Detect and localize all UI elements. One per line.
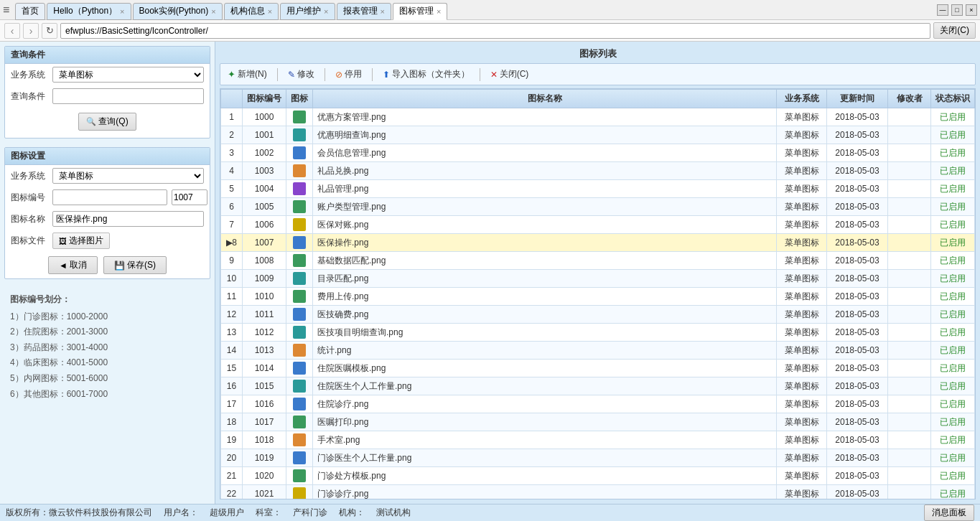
table-row[interactable]: 11 1010 费用上传.png 菜单图标 2018-05-03 已启用 (221, 288, 975, 306)
query-section: 查询条件 业务系统 菜单图标 查询条件 🔍 查询(Q) (4, 46, 210, 139)
row-modifier (888, 485, 931, 500)
table-row[interactable]: 10 1009 目录匹配.png 菜单图标 2018-05-03 已启用 (221, 270, 975, 288)
row-modifier (888, 431, 931, 449)
minimize-button[interactable]: — (937, 4, 948, 16)
close-button[interactable]: ✕ 关闭(C) (485, 67, 535, 82)
back-button[interactable]: ‹ (4, 23, 20, 39)
row-num: 18 (221, 413, 243, 431)
table-row[interactable]: 9 1008 基础数据匹配.png 菜单图标 2018-05-03 已启用 (221, 252, 975, 270)
tab-icon[interactable]: 图标管理 × (393, 3, 447, 20)
row-code: 1000 (243, 108, 286, 126)
tab-org[interactable]: 机构信息 × (224, 3, 279, 20)
condition-input[interactable] (52, 88, 204, 104)
row-code: 1011 (243, 306, 286, 324)
table-row[interactable]: 20 1019 门诊医生个人工作量.png 菜单图标 2018-05-03 已启… (221, 449, 975, 467)
row-status: 已启用 (931, 252, 975, 270)
row-num: ▶8 (221, 234, 243, 252)
select-image-button[interactable]: 🖼 选择图片 (52, 233, 110, 249)
row-sys: 菜单图标 (777, 377, 827, 395)
tab-user[interactable]: 用户维护 × (280, 3, 335, 20)
query-button[interactable]: 🔍 查询(Q) (78, 113, 136, 131)
table-row[interactable]: 4 1003 礼品兑换.png 菜单图标 2018-05-03 已启用 (221, 162, 975, 180)
row-sys: 菜单图标 (777, 360, 827, 377)
table-row[interactable]: 13 1012 医技项目明细查询.png 菜单图标 2018-05-03 已启用 (221, 324, 975, 342)
table-row[interactable]: 3 1002 会员信息管理.png 菜单图标 2018-05-03 已启用 (221, 144, 975, 162)
row-icon (286, 144, 313, 162)
table-row[interactable]: 16 1015 住院医生个人工作量.png 菜单图标 2018-05-03 已启… (221, 377, 975, 395)
tab-hello[interactable]: Hello（Python） × (47, 3, 131, 20)
tab-home[interactable]: 首页 (15, 3, 45, 20)
row-date: 2018-05-03 (827, 467, 888, 485)
table-row[interactable]: 5 1004 礼品管理.png 菜单图标 2018-05-03 已启用 (221, 180, 975, 198)
tab-report[interactable]: 报表管理 × (337, 3, 391, 20)
row-code: 1020 (243, 467, 286, 485)
table-row[interactable]: 2 1001 优惠明细查询.png 菜单图标 2018-05-03 已启用 (221, 126, 975, 144)
icon-name-input[interactable] (52, 211, 204, 227)
icon-code-spinner[interactable] (172, 189, 207, 205)
row-name: 门诊处方模板.png (313, 467, 777, 485)
row-name: 医保对账.png (313, 216, 777, 234)
col-icon: 图标 (286, 90, 313, 108)
row-modifier (888, 377, 931, 395)
row-date: 2018-05-03 (827, 360, 888, 377)
tab-hello-close[interactable]: × (120, 7, 124, 16)
col-status: 状态标识 (931, 90, 975, 108)
menu-icon[interactable]: ≡ (3, 4, 9, 17)
close-window-button[interactable]: × (966, 4, 977, 16)
row-code: 1019 (243, 449, 286, 467)
table-row[interactable]: 21 1020 门诊处方模板.png 菜单图标 2018-05-03 已启用 (221, 467, 975, 485)
row-status: 已启用 (931, 449, 975, 467)
biz-system-select[interactable]: 菜单图标 (52, 67, 204, 83)
url-input[interactable] (60, 23, 930, 39)
row-name: 礼品管理.png (313, 180, 777, 198)
edit-button[interactable]: ✎ 修改 (282, 67, 320, 82)
table-row[interactable]: ▶8 1007 医保操作.png 菜单图标 2018-05-03 已启用 (221, 234, 975, 252)
tab-icon-close[interactable]: × (437, 7, 441, 16)
table-row[interactable]: 19 1018 手术室.png 菜单图标 2018-05-03 已启用 (221, 431, 975, 449)
row-code: 1002 (243, 144, 286, 162)
row-date: 2018-05-03 (827, 270, 888, 288)
disable-button[interactable]: ⊘ 停用 (330, 67, 368, 82)
new-button[interactable]: ✦ 新增(N) (222, 67, 273, 82)
table-row[interactable]: 14 1013 统计.png 菜单图标 2018-05-03 已启用 (221, 342, 975, 360)
icon-code-input[interactable] (52, 189, 167, 205)
row-sys: 菜单图标 (777, 198, 827, 216)
tab-report-close[interactable]: × (381, 7, 385, 16)
tab-icon-label: 图标管理 (399, 5, 434, 17)
message-panel-button[interactable]: 消息面板 (924, 504, 974, 521)
icon-biz-label: 业务系统 (11, 170, 48, 182)
row-num: 14 (221, 342, 243, 360)
icon-biz-select[interactable]: 菜单图标 (52, 168, 204, 184)
tab-user-close[interactable]: × (324, 7, 328, 16)
refresh-button[interactable]: ↻ (42, 23, 57, 39)
table-row[interactable]: 12 1011 医技确费.png 菜单图标 2018-05-03 已启用 (221, 306, 975, 324)
row-num: 1 (221, 108, 243, 126)
table-row[interactable]: 7 1006 医保对账.png 菜单图标 2018-05-03 已启用 (221, 216, 975, 234)
row-name: 医保操作.png (313, 234, 777, 252)
row-modifier (888, 144, 931, 162)
maximize-button[interactable]: □ (951, 4, 963, 16)
row-code: 1012 (243, 324, 286, 342)
forward-button[interactable]: › (23, 23, 39, 39)
icon-table-container[interactable]: 图标编号 图标 图标名称 业务系统 更新时间 修改者 状态标识 1 1000 (220, 88, 976, 499)
row-sys: 菜单图标 (777, 108, 827, 126)
tab-book-close[interactable]: × (211, 7, 215, 16)
table-row[interactable]: 17 1016 住院诊疗.png 菜单图标 2018-05-03 已启用 (221, 395, 975, 413)
tab-org-label: 机构信息 (230, 5, 265, 17)
table-row[interactable]: 22 1021 门诊诊疗.png 菜单图标 2018-05-03 已启用 (221, 485, 975, 500)
address-bar: ‹ › ↻ 关闭(C) (0, 20, 980, 42)
table-row[interactable]: 1 1000 优惠方案管理.png 菜单图标 2018-05-03 已启用 (221, 108, 975, 126)
tab-book[interactable]: Book实例(Python) × (133, 3, 223, 20)
close-tab-button[interactable]: 关闭(C) (933, 22, 976, 39)
import-button[interactable]: ⬆ 导入图标（文件夹） (377, 67, 475, 82)
row-code: 1006 (243, 216, 286, 234)
row-code: 1004 (243, 180, 286, 198)
table-row[interactable]: 6 1005 账户类型管理.png 菜单图标 2018-05-03 已启用 (221, 198, 975, 216)
table-row[interactable]: 18 1017 医嘱打印.png 菜单图标 2018-05-03 已启用 (221, 413, 975, 431)
save-button[interactable]: 💾 保存(S) (103, 256, 167, 274)
row-status: 已启用 (931, 216, 975, 234)
info-item-5: 5）内网图标：5001-6000 (10, 371, 205, 387)
tab-org-close[interactable]: × (268, 7, 272, 16)
cancel-button[interactable]: ◄ 取消 (48, 256, 98, 274)
table-row[interactable]: 15 1014 住院医嘱模板.png 菜单图标 2018-05-03 已启用 (221, 360, 975, 377)
